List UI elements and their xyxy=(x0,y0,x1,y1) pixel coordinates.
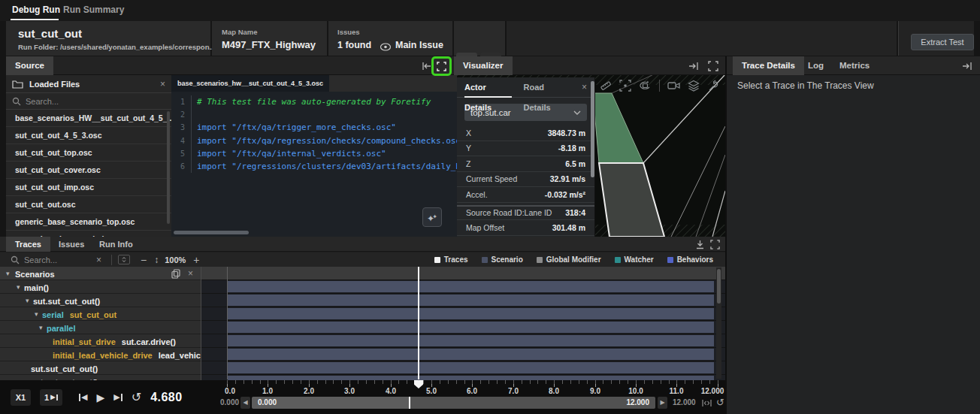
main-issue-link[interactable]: Main Issue xyxy=(395,40,443,50)
legend-global-modifier[interactable]: Global Modifier xyxy=(537,255,601,264)
close-actor-panel-icon[interactable]: × xyxy=(582,82,587,92)
reset-range-icon[interactable]: ↺ xyxy=(716,397,724,408)
collapse-right-icon[interactable] xyxy=(688,61,700,71)
tab-actor-details[interactable]: Actor Details xyxy=(464,77,512,98)
fullscreen-traces-icon[interactable] xyxy=(710,240,720,249)
tab-trace-details[interactable]: Trace Details xyxy=(733,56,804,75)
files-search-input[interactable] xyxy=(26,97,138,106)
timeline-row[interactable] xyxy=(201,294,725,307)
file-item[interactable]: sut_cut_out_cover.osc xyxy=(6,162,171,179)
trace-bar[interactable] xyxy=(228,281,714,292)
tab-issues[interactable]: Issues xyxy=(50,237,93,252)
timeline-row[interactable] xyxy=(201,280,725,294)
file-item[interactable]: generic_base_scenario_top.osc xyxy=(6,213,171,231)
legend-watcher[interactable]: Watcher xyxy=(615,255,654,264)
timeline-row[interactable] xyxy=(201,361,725,375)
timeline-row[interactable] xyxy=(201,334,725,348)
tree-row[interactable]: initial_lead_vehicle_drivelead_vehic... xyxy=(0,348,201,361)
collapse-arrow-icon[interactable]: ▾ xyxy=(6,267,10,280)
trace-bar[interactable] xyxy=(228,308,714,319)
timeline-row[interactable] xyxy=(201,321,725,334)
tab-debug-run[interactable]: Debug Run xyxy=(12,5,60,15)
trace-bar[interactable] xyxy=(228,295,714,306)
file-item[interactable]: sut_cut_out_imp.osc xyxy=(6,179,171,196)
file-item[interactable]: scenario_relevance_kpi.osc xyxy=(6,231,171,237)
tab-run-info[interactable]: Run Info xyxy=(90,237,142,252)
legend-behaviors[interactable]: Behaviors xyxy=(667,255,713,264)
tree-row[interactable]: ▾parallel xyxy=(0,321,201,334)
files-scrollbar[interactable] xyxy=(167,111,170,224)
tab-traces[interactable]: Traces xyxy=(6,237,50,252)
extract-test-button[interactable]: Extract Test xyxy=(911,34,974,50)
collapse-arrow-icon[interactable]: ▾ xyxy=(39,321,43,334)
measure-ruler-icon[interactable] xyxy=(600,80,612,92)
clear-search-icon[interactable]: × xyxy=(96,255,101,265)
speed-button[interactable]: X1 xyxy=(11,389,31,406)
legend-scenario[interactable]: Scenario xyxy=(482,255,523,264)
wrench-icon[interactable] xyxy=(707,80,718,92)
timeline-row[interactable] xyxy=(201,307,725,321)
zoom-out-icon[interactable]: − xyxy=(141,254,147,266)
highlighted-expand-button[interactable] xyxy=(431,56,452,76)
layers-icon[interactable] xyxy=(688,80,700,92)
expand-collapse-all-icon[interactable] xyxy=(118,255,130,264)
legend-traces[interactable]: Traces xyxy=(434,255,468,264)
replay-button[interactable]: ↺ xyxy=(132,390,141,404)
collapse-left-icon[interactable] xyxy=(421,61,432,71)
fit-vertical-icon[interactable]: ↕ xyxy=(154,255,159,265)
trace-bar[interactable] xyxy=(228,322,714,333)
playhead-marker[interactable] xyxy=(414,380,423,388)
tree-row[interactable]: sut.sut_cut_out() xyxy=(0,361,201,375)
tab-source[interactable]: Source xyxy=(6,56,53,75)
fullscreen-visualizer-icon[interactable] xyxy=(708,61,718,71)
file-item[interactable]: sut_cut_out_4_5_3.osc xyxy=(6,127,171,144)
range-track[interactable]: 0.000 12.000 xyxy=(252,397,655,409)
timeline-rows[interactable] xyxy=(201,267,725,380)
focus-target-icon[interactable] xyxy=(619,80,631,92)
code-editor[interactable]: base_scenarios_hw__sut_cut_out_4_5_3.osc… xyxy=(171,75,457,237)
collapse-arrow-icon[interactable]: ▾ xyxy=(35,307,38,321)
traces-search-input[interactable] xyxy=(24,255,92,264)
playhead-line[interactable] xyxy=(418,267,419,379)
editor-horizontal-scrollbar[interactable] xyxy=(174,231,249,234)
clear-tree-icon[interactable]: × xyxy=(188,267,193,280)
close-files-panel-icon[interactable]: × xyxy=(160,79,165,89)
tree-row[interactable]: sut.sut_cut_out() xyxy=(0,375,201,380)
file-item[interactable]: sut_cut_out.osc xyxy=(6,196,171,213)
step-button[interactable]: 1▶ xyxy=(40,389,62,406)
eye-icon[interactable] xyxy=(380,43,392,51)
copy-icon[interactable] xyxy=(171,269,180,279)
orbit-camera-icon[interactable] xyxy=(639,80,652,92)
tree-row[interactable]: ▾sut.sut_cut_out() xyxy=(0,294,201,307)
tree-row[interactable]: initial_sut_drivesut.car.drive() xyxy=(0,334,201,348)
tab-road-details[interactable]: Road Details xyxy=(524,77,570,98)
tree-row-scenarios[interactable]: ▾ Scenarios × xyxy=(0,267,201,280)
file-item[interactable]: sut_cut_out_top.osc xyxy=(6,144,171,162)
download-icon[interactable] xyxy=(695,240,705,249)
trace-bar[interactable] xyxy=(228,335,714,346)
timeline-row[interactable] xyxy=(201,375,725,380)
range-left-arrow[interactable]: ◀ xyxy=(240,397,250,409)
actor-panel-scrollbar[interactable] xyxy=(591,81,594,177)
fit-range-icon[interactable] xyxy=(702,399,712,407)
code-area[interactable]: 1# This test file was auto-generated by … xyxy=(171,92,457,173)
timeline-vertical-scrollbar[interactable] xyxy=(716,267,721,379)
play-button[interactable]: ▶ xyxy=(96,391,104,403)
tree-row[interactable]: ▾serialsut_cut_out xyxy=(0,307,201,321)
skip-to-start-button[interactable]: ◀ xyxy=(79,392,87,402)
range-right-arrow[interactable]: ▶ xyxy=(658,397,667,409)
file-item[interactable]: base_scenarios_HW__sut_cut_out_4_5_... xyxy=(6,110,171,127)
editor-tab[interactable]: base_scenarios_hw__sut_cut_out_4_5_3.osc xyxy=(171,75,329,92)
trace-bar[interactable] xyxy=(228,349,714,360)
ai-assist-button[interactable]: ✦✦ xyxy=(422,207,442,227)
tree-row[interactable]: ▾main() xyxy=(0,280,201,294)
collapse-arrow-icon[interactable]: ▾ xyxy=(17,280,20,294)
tab-visualizer[interactable]: Visualizer xyxy=(454,56,513,75)
scrollbar-thumb[interactable] xyxy=(717,269,721,304)
timeline-row[interactable] xyxy=(201,348,725,361)
collapse-arrow-icon[interactable]: ▾ xyxy=(26,294,29,307)
tab-run-summary[interactable]: Run Summary xyxy=(63,5,124,15)
zoom-in-icon[interactable]: + xyxy=(193,254,199,266)
collapse-right-panel-icon[interactable] xyxy=(962,61,974,71)
skip-to-end-button[interactable]: ▶ xyxy=(113,392,122,402)
